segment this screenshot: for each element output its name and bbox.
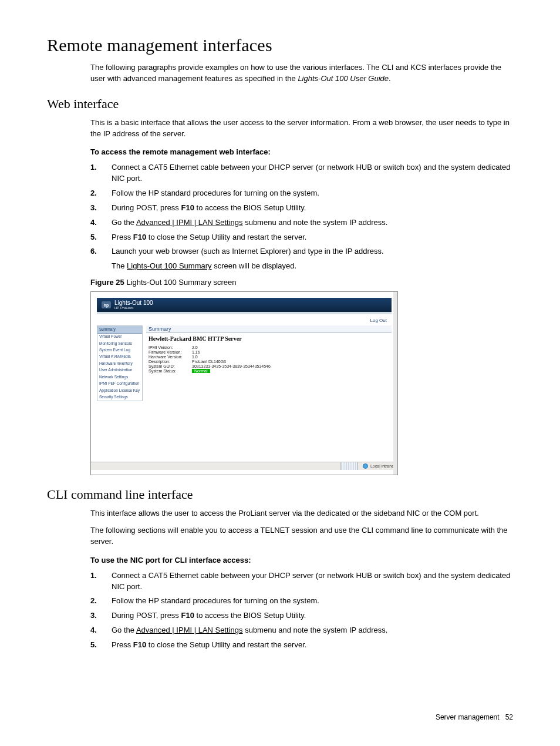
progress-hatch-icon xyxy=(340,462,358,470)
kv-row: IPMI Version:2.0 xyxy=(146,345,392,350)
list-item: 3.During POST, press F10 to access the B… xyxy=(90,610,513,621)
sidebar-item-app-license[interactable]: Application License Key xyxy=(97,387,142,394)
internet-zone-icon xyxy=(363,463,368,469)
step-text: submenu and note the system IP address. xyxy=(243,626,388,634)
screenshot-subtitle: HP ProLiant xyxy=(114,306,153,310)
step-text: to close the Setup Utility and restart t… xyxy=(146,233,306,241)
panel-title: Summary xyxy=(146,325,392,333)
step-text: to close the Setup Utility and restart t… xyxy=(146,640,306,649)
key-f10: F10 xyxy=(181,611,194,620)
key-f10: F10 xyxy=(181,203,194,212)
cli-access-heading: To use the NIC port for CLI interface ac… xyxy=(90,556,513,564)
step-number: 3. xyxy=(90,610,97,621)
sidebar-item-monitoring-sensors[interactable]: Monitoring Sensors xyxy=(97,340,142,347)
zone-label: Local intranet xyxy=(370,464,395,468)
list-item: 2.Follow the HP standard procedures for … xyxy=(90,596,513,607)
step-text: Follow the HP standard procedures for tu… xyxy=(112,596,319,605)
kv-key: Firmware Version: xyxy=(149,350,188,354)
intro-text-1: The following paragraphs provide example… xyxy=(90,63,501,83)
sidebar-item-user-admin[interactable]: User Administration xyxy=(97,367,142,374)
step-text: The xyxy=(112,261,127,270)
kv-value: 1.16 xyxy=(192,350,200,354)
sidebar-item-hardware-inventory[interactable]: Hardware Inventory xyxy=(97,360,142,367)
header-accent-bar xyxy=(97,312,392,314)
step-text: Connect a CAT5 Ethernet cable between yo… xyxy=(112,571,510,591)
list-item: 5.Press F10 to close the Setup Utility a… xyxy=(90,232,513,243)
kv-value: 2.0 xyxy=(192,345,198,350)
web-intro-paragraph: This is a basic interface that allows th… xyxy=(90,117,513,140)
step-text: Press xyxy=(112,233,133,241)
sidebar-item-summary[interactable]: Summary xyxy=(97,326,142,333)
step-number: 2. xyxy=(90,188,97,199)
figure-text: Lights-Out 100 Summary screen xyxy=(124,278,237,287)
sidebar-item-virtual-power[interactable]: Virtual Power xyxy=(97,334,142,340)
step-number: 6. xyxy=(90,246,97,257)
step-text: During POST, press xyxy=(112,203,181,212)
intro-text-2: . xyxy=(389,74,391,83)
page-footer: Server management52 xyxy=(436,713,513,721)
sidebar-item-system-event-log[interactable]: System Event Log xyxy=(97,347,142,353)
web-access-heading: To access the remote management web inte… xyxy=(90,147,513,156)
step-number: 4. xyxy=(90,217,97,228)
step-text: Press xyxy=(112,640,133,649)
sidebar-item-virtual-kvm[interactable]: Virtual KVM/Media xyxy=(97,354,142,360)
step-number: 1. xyxy=(90,570,97,582)
sidebar-item-network-settings[interactable]: Network Settings xyxy=(97,374,142,380)
browser-status-bar: Local intranet xyxy=(91,462,397,470)
kv-key: IPMI Version: xyxy=(149,345,188,350)
step-text: Connect a CAT5 Ethernet cable between yo… xyxy=(112,163,510,183)
intro-guide-name: Lights-Out 100 User Guide xyxy=(298,74,389,83)
kv-key: System Status: xyxy=(149,369,188,373)
kv-key: Description: xyxy=(149,359,188,364)
cli-paragraph-2: The following sections will enable you t… xyxy=(90,525,513,547)
hp-logo-icon: hp xyxy=(102,301,111,308)
step-number: 4. xyxy=(90,625,97,636)
list-item: 4.Go the Advanced | IPMI | LAN Settings … xyxy=(90,217,513,228)
key-f10: F10 xyxy=(133,640,146,649)
step-text: During POST, press xyxy=(112,611,181,620)
kv-row: Description:ProLiant DL140G3 xyxy=(146,359,392,364)
step-text: Go the xyxy=(112,218,136,227)
figure-label: Figure 25 xyxy=(90,278,124,287)
kv-value: ProLiant DL140G3 xyxy=(192,359,226,364)
step-text: to access the BIOS Setup Utility. xyxy=(194,203,306,212)
step-text: Go the xyxy=(112,626,136,634)
screenshot-header: hp Lights-Out 100 HP ProLiant xyxy=(97,298,392,312)
kv-row: System GUID:30313233-3435-3534-3839-3534… xyxy=(146,364,392,369)
server-name: Hewlett-Packard BMC HTTP Server xyxy=(146,333,392,345)
step-text: Launch your web browser (such as Interne… xyxy=(112,247,384,256)
sidebar-item-security[interactable]: Security Settings xyxy=(97,394,142,401)
summary-screenshot: hp Lights-Out 100 HP ProLiant Log Out Su… xyxy=(90,291,398,475)
step-text: Follow the HP standard procedures for tu… xyxy=(112,189,319,197)
list-item: 1.Connect a CAT5 Ethernet cable between … xyxy=(90,570,513,593)
screen-name: Lights-Out 100 Summary xyxy=(127,261,212,270)
kv-key: Hardware Version: xyxy=(149,355,188,359)
screenshot-sidebar: Summary Virtual Power Monitoring Sensors… xyxy=(97,325,143,401)
step-number: 3. xyxy=(90,203,97,214)
sidebar-item-ipmi-pef[interactable]: IPMI PEF Configuration xyxy=(97,381,142,387)
step-text: to access the BIOS Setup Utility. xyxy=(194,611,306,620)
list-item: 2.Follow the HP standard procedures for … xyxy=(90,188,513,199)
scrollbar[interactable] xyxy=(393,292,397,475)
logout-link[interactable]: Log Out xyxy=(97,318,387,323)
list-item: 6.Launch your web browser (such as Inter… xyxy=(90,246,513,272)
kv-value: 30313233-3435-3534-3839-353443534546 xyxy=(192,364,271,368)
cli-steps-list: 1.Connect a CAT5 Ethernet cable between … xyxy=(90,570,513,651)
intro-paragraph: The following paragraphs provide example… xyxy=(90,62,513,85)
step-number: 5. xyxy=(90,232,97,243)
menu-path: Advanced | IPMI | LAN Settings xyxy=(136,218,243,227)
cli-paragraph-1: This interface allows the user to access… xyxy=(90,508,513,519)
list-item: 5.Press F10 to close the Setup Utility a… xyxy=(90,640,513,651)
list-item: 4.Go the Advanced | IPMI | LAN Settings … xyxy=(90,625,513,636)
key-f10: F10 xyxy=(133,233,146,241)
list-item: 3.During POST, press F10 to access the B… xyxy=(90,203,513,214)
kv-row: System Status:Normal xyxy=(146,369,392,374)
kv-row: Hardware Version:1.0 xyxy=(146,355,392,359)
figure-caption: Figure 25 Lights-Out 100 Summary screen xyxy=(90,278,513,287)
kv-key: System GUID: xyxy=(149,364,188,368)
page-number: 52 xyxy=(505,713,513,721)
kv-value: 1.0 xyxy=(192,355,198,359)
screenshot-title: Lights-Out 100 xyxy=(114,300,153,306)
kv-row: Firmware Version:1.16 xyxy=(146,350,392,355)
screenshot-main: Summary Hewlett-Packard BMC HTTP Server … xyxy=(146,325,392,456)
